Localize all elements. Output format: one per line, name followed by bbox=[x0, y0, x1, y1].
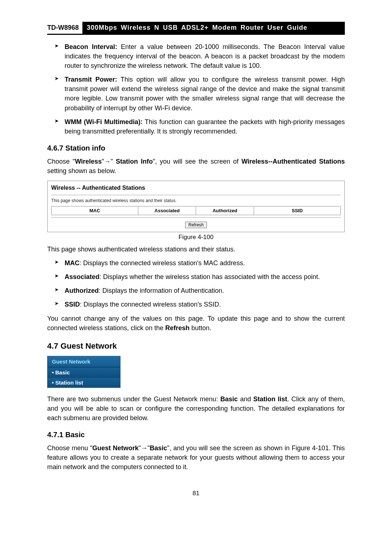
col-authorized: Authorized bbox=[196, 206, 254, 215]
after-fig-intro: This page shows authenticated wireless s… bbox=[47, 245, 345, 254]
page: TD-W8968 300Mbps Wireless N USB ADSL2+ M… bbox=[0, 0, 392, 512]
heading-467: 4.6.7 Station info bbox=[47, 144, 345, 152]
bullet-label: Beacon Interval: bbox=[65, 43, 117, 50]
text: Basic bbox=[150, 444, 167, 452]
col-ssid: SSID bbox=[254, 206, 340, 215]
text: Station list bbox=[253, 395, 287, 403]
bullet-text: : Displays the information of Authentica… bbox=[99, 287, 224, 294]
list-item: MAC: Displays the connected wireless sta… bbox=[57, 258, 345, 268]
text: ", you will see the screen of bbox=[153, 158, 241, 165]
text: Wireless bbox=[75, 158, 102, 165]
menu-item-basic[interactable]: •Basic bbox=[48, 367, 120, 377]
page-header: TD-W8968 300Mbps Wireless N USB ADSL2+ M… bbox=[47, 22, 345, 35]
text: setting shown as below. bbox=[47, 167, 116, 175]
guest-para: There are two submenus under the Guest N… bbox=[47, 394, 345, 423]
bullet-label: Authorized bbox=[65, 287, 99, 294]
bullet-label: Transmit Power: bbox=[65, 76, 117, 83]
text: Choose menu " bbox=[47, 444, 92, 452]
text: Guest Network bbox=[92, 444, 138, 452]
heading-471: 4.7.1 Basic bbox=[47, 431, 345, 439]
bullet-label: MAC bbox=[65, 259, 79, 267]
bullet-icon: • bbox=[52, 369, 54, 376]
col-associated: Associated bbox=[138, 206, 196, 215]
text: Refresh bbox=[165, 324, 189, 332]
cannot-change: You cannot change any of the values on t… bbox=[47, 314, 345, 333]
para-471: Choose menu "Guest Network"→"Basic", and… bbox=[47, 443, 345, 472]
text: Basic bbox=[220, 395, 238, 403]
stations-table: MAC Associated Authorized SSID bbox=[51, 206, 341, 215]
heading-47: 4.7 Guest Network bbox=[47, 341, 345, 351]
bullet-list-mid: MAC: Displays the connected wireless sta… bbox=[47, 258, 345, 309]
divider bbox=[51, 217, 341, 218]
text: Choose " bbox=[47, 158, 75, 165]
col-mac: MAC bbox=[52, 206, 138, 215]
figure-100-box: Wireless -- Authenticated Stations This … bbox=[47, 181, 345, 232]
list-item: Authorized: Displays the information of … bbox=[57, 286, 345, 295]
figure-caption: Figure 4-100 bbox=[47, 234, 345, 241]
refresh-wrap: Refresh bbox=[51, 221, 341, 228]
list-item: Transmit Power: This option will allow y… bbox=[57, 75, 345, 112]
bullet-list-top: Beacon Interval: Enter a value between 2… bbox=[47, 42, 345, 136]
header-model: TD-W8968 bbox=[47, 22, 82, 34]
text: There are two submenus under the Guest N… bbox=[47, 395, 220, 403]
menu-label: Basic bbox=[55, 369, 70, 376]
bullet-label: SSID bbox=[65, 301, 80, 308]
menu-header[interactable]: Guest Network bbox=[48, 356, 120, 367]
header-title: 300Mbps Wireless N USB ADSL2+ Modem Rout… bbox=[82, 22, 345, 34]
page-number: 81 bbox=[47, 490, 345, 497]
menu-item-station-list[interactable]: •Station list bbox=[48, 377, 120, 387]
bullet-text: : Displays the connected wireless statio… bbox=[80, 301, 221, 308]
list-item: WMM (Wi-Fi Multimedia): This function ca… bbox=[57, 117, 345, 136]
list-item: SSID: Displays the connected wireless st… bbox=[57, 300, 345, 309]
bullet-text: : Displays whether the wireless station … bbox=[99, 273, 320, 280]
divider bbox=[51, 195, 341, 195]
guest-network-menu: Guest Network •Basic •Station list bbox=[47, 356, 121, 388]
bullet-label: Associated bbox=[65, 273, 99, 280]
bullet-text: : Displays the connected wireless statio… bbox=[79, 259, 245, 267]
list-item: Associated: Displays whether the wireles… bbox=[57, 272, 345, 282]
bullet-icon: • bbox=[52, 379, 54, 386]
figure-title: Wireless -- Authenticated Stations bbox=[51, 185, 341, 191]
text: Wireless--Authenticated Stations bbox=[241, 158, 345, 165]
text: "→" bbox=[139, 444, 150, 452]
figure-desc: This page shows authenticated wireless s… bbox=[51, 198, 341, 203]
text: button. bbox=[189, 324, 211, 332]
list-item: Beacon Interval: Enter a value between 2… bbox=[57, 42, 345, 70]
table-header-row: MAC Associated Authorized SSID bbox=[52, 206, 341, 215]
text: and bbox=[238, 395, 253, 403]
menu-label: Station list bbox=[55, 379, 83, 386]
text: Station Info bbox=[116, 158, 153, 165]
refresh-button[interactable]: Refresh bbox=[185, 222, 207, 228]
text: "→" bbox=[102, 158, 116, 165]
intro-467: Choose "Wireless"→" Station Info", you w… bbox=[47, 157, 345, 176]
bullet-label: WMM (Wi-Fi Multimedia): bbox=[65, 118, 143, 126]
